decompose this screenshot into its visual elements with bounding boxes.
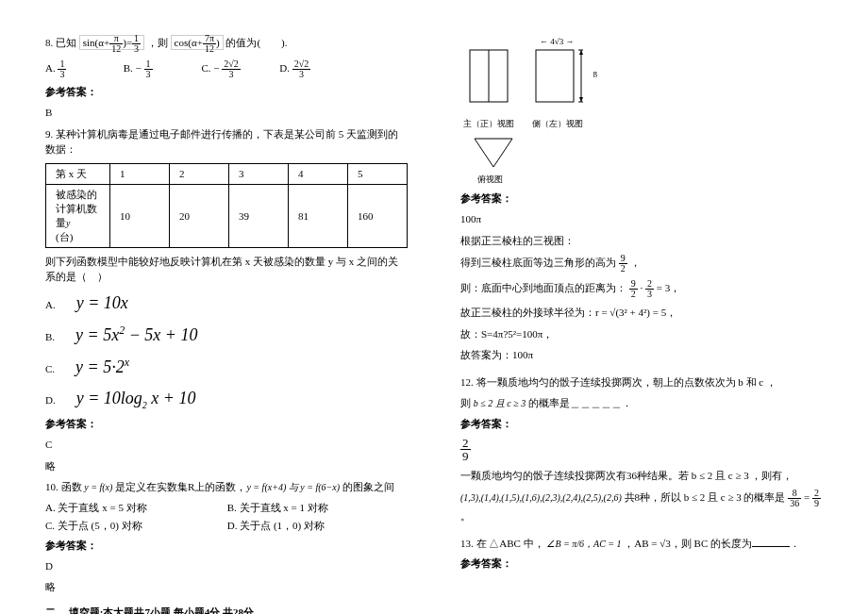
dim2: 8 xyxy=(593,70,598,79)
q9-stem2: 则下列函数模型中能较好地反映计算机在第 x 天被感染的数量 y 与 x 之间的关… xyxy=(45,254,408,285)
q8-b-label: B. xyxy=(124,62,136,74)
q9-v1: 10 xyxy=(110,184,170,247)
section2-title: 二、 填空题:本大题共7小题,每小题4分,共28分 xyxy=(45,605,408,614)
q11-ans-label: 参考答案： xyxy=(460,191,823,206)
q9-v5: 160 xyxy=(348,184,408,247)
q13-stem: 13. 在 △ABC 中， ∠B = π/6，AC = 1 ，AB = √3，则… xyxy=(460,536,823,552)
q8-eq1: sin(α+π12)=13 xyxy=(79,35,144,50)
q10-ans-label: 参考答案： xyxy=(45,539,408,553)
q11-s4: 故正三棱柱的外接球半径为：r = √(3² + 4²) = 5， xyxy=(460,305,823,321)
q8-a-frac: 13 xyxy=(58,59,66,79)
q8-intro-suf: 的值为( ). xyxy=(225,37,287,48)
q9-table: 第 x 天 1 2 3 4 5 被感染的计算机数量y(台) 10 20 39 8… xyxy=(45,163,408,248)
q11-diagram: 主（正）视图 ← 4√3 → 8 侧（左）视图 xyxy=(460,45,823,130)
q9-note: 略 xyxy=(45,458,408,474)
q11-s1: 根据正三棱柱的三视图： xyxy=(460,233,823,249)
front-label: 主（正）视图 xyxy=(460,118,517,130)
q10-note: 略 xyxy=(45,579,408,595)
side-label: 侧（左）视图 xyxy=(526,118,589,130)
q9-stem: 9. 某种计算机病毒是通过电子邮件进行传播的，下表是某公司前 5 天监测到的数据… xyxy=(45,126,408,158)
svg-marker-8 xyxy=(475,139,512,167)
svg-marker-7 xyxy=(579,97,583,102)
q8-intro-mid: ，则 xyxy=(147,37,171,48)
top-view: 俯视图 xyxy=(470,134,823,186)
q9-ans-label: 参考答案： xyxy=(45,417,408,431)
q8-a-label: A. xyxy=(45,62,58,74)
q11-ans: 100π xyxy=(460,211,823,227)
q9-b: B.y = 5x2 − 5x + 10 xyxy=(45,322,408,348)
q8-c-frac: 2√23 xyxy=(222,59,241,79)
q9-h2b: (台) xyxy=(56,231,73,242)
q8-d-frac: 2√23 xyxy=(292,59,311,79)
q12-stem1: 12. 将一颗质地均匀的骰子连续投掷两次，朝上的点数依次为 b 和 c ， xyxy=(460,374,823,390)
q11-s3: 则：底面中心到地面顶点的距离为： 92 · 23 = 3， xyxy=(460,279,823,299)
q10-c: C. 关于点 (5，0) 对称 xyxy=(45,519,225,533)
q12-ans-label: 参考答案： xyxy=(460,417,823,431)
q13-ans-label: 参考答案： xyxy=(460,556,823,571)
q12-stem2: 则 b ≤ 2 且 c ≥ 3 的概率是＿＿＿＿＿． xyxy=(460,395,823,411)
q10-stem: 10. 函数 y = f(x) 是定义在实数集R上的函数，y = f(x+4) … xyxy=(45,479,408,495)
q8-stem: 8. 已知 sin(α+π12)=13 ，则 cos(α+7π12) 的值为( … xyxy=(45,34,408,54)
q9-h1: 第 x 天 xyxy=(56,168,87,179)
q9-d: D.y = 10log2 x + 10 xyxy=(45,386,408,412)
side-view: ← 4√3 → 8 侧（左）视图 xyxy=(526,45,589,130)
table-row: 被感染的计算机数量y(台) 10 20 39 81 160 xyxy=(46,184,408,247)
q10-d: D. 关于点 (1，0) 对称 xyxy=(227,520,325,531)
q10-opts34: C. 关于点 (5，0) 对称 D. 关于点 (1，0) 对称 xyxy=(45,519,408,533)
q9-h2a: 被感染的计算机数量 xyxy=(56,189,97,228)
q8-d-label: D. xyxy=(279,62,292,74)
q8-intro-pre: 8. 已知 xyxy=(45,37,79,48)
q12-sol2: (1,3),(1,4),(1,5),(1,6),(2,3),(2,4),(2,5… xyxy=(460,489,823,524)
top-label: 俯视图 xyxy=(477,174,823,186)
q9-v4: 81 xyxy=(289,184,348,247)
front-view: 主（正）视图 xyxy=(460,45,517,130)
q9-c1: 1 xyxy=(110,163,170,184)
q9-ans: C xyxy=(45,437,408,453)
q9-c5: 5 xyxy=(348,163,408,184)
q10-ans: D xyxy=(45,558,408,574)
q8-ans: B xyxy=(45,105,408,121)
q9-c2: 2 xyxy=(170,163,229,184)
q11-s5: 故：S=4π?5²=100π， xyxy=(460,326,823,342)
q9-c4: 4 xyxy=(289,163,348,184)
q8-c-sign: − xyxy=(213,62,219,74)
svg-rect-2 xyxy=(536,50,574,102)
q8-b-sign: − xyxy=(136,62,142,74)
q8-b-frac: 13 xyxy=(144,59,153,79)
svg-marker-6 xyxy=(579,50,583,55)
q9-v2: 20 xyxy=(170,184,229,247)
q8-eq2: cos(α+7π12) xyxy=(171,35,224,50)
q12-ans: 29 xyxy=(460,437,823,462)
q8-options: A. 13 B. − 13 C. − 2√23 D. 2√23 xyxy=(45,59,408,79)
q10-opts12: A. 关于直线 x = 5 对称 B. 关于直线 x = 1 对称 xyxy=(45,501,408,515)
q10-b: B. 关于直线 x = 1 对称 xyxy=(227,502,328,513)
q11-s2: 得到三棱柱底面等边三角形的高为 92 ， xyxy=(460,254,823,274)
q10-a: A. 关于直线 x = 5 对称 xyxy=(45,501,225,515)
q9-a: A.y = 10x xyxy=(45,290,408,316)
table-row: 第 x 天 1 2 3 4 5 xyxy=(46,163,408,184)
dim1: 4√3 xyxy=(550,37,563,46)
q9-c3: 3 xyxy=(229,163,289,184)
q8-ans-label: 参考答案： xyxy=(45,85,408,99)
q11-s6: 故答案为：100π xyxy=(460,347,823,363)
q9-v3: 39 xyxy=(229,184,289,247)
q8-c-label: C. xyxy=(202,62,214,74)
q9-c: C.y = 5·2x xyxy=(45,354,408,380)
q12-sol1: 一颗质地均匀的骰子连续投掷两次有36种结果。若 b ≤ 2 且 c ≥ 3 ，则… xyxy=(460,468,823,484)
